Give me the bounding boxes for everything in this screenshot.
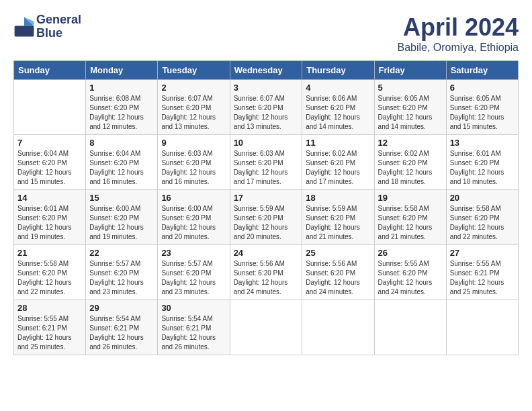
header: General Blue April 2024 Babile, Oromiya,… (13, 13, 519, 54)
calendar-header-row: SundayMondayTuesdayWednesdayThursdayFrid… (14, 61, 519, 80)
day-number: 21 (17, 248, 82, 258)
calendar-cell (302, 300, 374, 355)
calendar-cell: 5Sunrise: 6:05 AMSunset: 6:20 PMDaylight… (374, 80, 446, 135)
calendar-cell: 17Sunrise: 5:59 AMSunset: 6:20 PMDayligh… (230, 190, 302, 245)
calendar-cell: 10Sunrise: 6:03 AMSunset: 6:20 PMDayligh… (230, 135, 302, 190)
calendar-cell: 26Sunrise: 5:55 AMSunset: 6:20 PMDayligh… (374, 245, 446, 300)
day-number: 17 (234, 193, 299, 203)
day-number: 20 (450, 193, 515, 203)
calendar-cell: 19Sunrise: 5:58 AMSunset: 6:20 PMDayligh… (374, 190, 446, 245)
calendar-cell: 18Sunrise: 5:59 AMSunset: 6:20 PMDayligh… (302, 190, 374, 245)
logo-text: General Blue (36, 13, 81, 40)
day-number: 22 (89, 248, 154, 258)
day-number: 10 (234, 138, 299, 148)
day-info: Sunrise: 5:59 AMSunset: 6:20 PMDaylight:… (234, 204, 299, 242)
day-number: 1 (89, 83, 154, 93)
day-info: Sunrise: 5:55 AMSunset: 6:21 PMDaylight:… (17, 314, 82, 352)
day-number: 8 (89, 138, 154, 148)
day-info: Sunrise: 6:00 AMSunset: 6:20 PMDaylight:… (89, 204, 154, 242)
day-info: Sunrise: 5:56 AMSunset: 6:20 PMDaylight:… (306, 259, 370, 297)
day-number: 15 (89, 193, 154, 203)
calendar-week-5: 28Sunrise: 5:55 AMSunset: 6:21 PMDayligh… (14, 300, 519, 355)
month-title: April 2024 (397, 13, 519, 42)
day-number: 5 (378, 83, 443, 93)
day-info: Sunrise: 6:07 AMSunset: 6:20 PMDaylight:… (161, 94, 226, 132)
calendar-cell (374, 300, 446, 355)
calendar-cell: 21Sunrise: 5:58 AMSunset: 6:20 PMDayligh… (14, 245, 86, 300)
calendar-table: SundayMondayTuesdayWednesdayThursdayFrid… (13, 60, 519, 355)
calendar-cell: 23Sunrise: 5:57 AMSunset: 6:20 PMDayligh… (158, 245, 230, 300)
day-info: Sunrise: 5:58 AMSunset: 6:20 PMDaylight:… (17, 259, 82, 297)
calendar-cell: 13Sunrise: 6:01 AMSunset: 6:20 PMDayligh… (446, 135, 518, 190)
calendar-cell: 30Sunrise: 5:54 AMSunset: 6:21 PMDayligh… (158, 300, 230, 355)
calendar-cell: 15Sunrise: 6:00 AMSunset: 6:20 PMDayligh… (86, 190, 158, 245)
day-number: 12 (378, 138, 443, 148)
calendar-cell: 12Sunrise: 6:02 AMSunset: 6:20 PMDayligh… (374, 135, 446, 190)
day-info: Sunrise: 6:06 AMSunset: 6:20 PMDaylight:… (306, 94, 370, 132)
day-number: 28 (17, 303, 82, 313)
day-number: 2 (161, 83, 226, 93)
calendar-cell: 7Sunrise: 6:04 AMSunset: 6:20 PMDaylight… (14, 135, 86, 190)
calendar-week-3: 14Sunrise: 6:01 AMSunset: 6:20 PMDayligh… (14, 190, 519, 245)
header-day-wednesday: Wednesday (230, 61, 302, 80)
calendar-cell: 24Sunrise: 5:56 AMSunset: 6:20 PMDayligh… (230, 245, 302, 300)
day-info: Sunrise: 5:58 AMSunset: 6:20 PMDaylight:… (378, 204, 443, 242)
calendar-cell: 9Sunrise: 6:03 AMSunset: 6:20 PMDaylight… (158, 135, 230, 190)
calendar-cell: 20Sunrise: 5:58 AMSunset: 6:20 PMDayligh… (446, 190, 518, 245)
day-number: 19 (378, 193, 443, 203)
day-number: 30 (161, 303, 226, 313)
calendar-cell: 11Sunrise: 6:02 AMSunset: 6:20 PMDayligh… (302, 135, 374, 190)
day-info: Sunrise: 5:55 AMSunset: 6:20 PMDaylight:… (378, 259, 443, 297)
header-day-monday: Monday (86, 61, 158, 80)
day-info: Sunrise: 5:57 AMSunset: 6:20 PMDaylight:… (89, 259, 154, 297)
day-number: 29 (89, 303, 154, 313)
header-day-friday: Friday (374, 61, 446, 80)
calendar-cell (446, 300, 518, 355)
day-info: Sunrise: 6:01 AMSunset: 6:20 PMDaylight:… (450, 149, 515, 187)
day-info: Sunrise: 6:02 AMSunset: 6:20 PMDaylight:… (306, 149, 370, 187)
day-number: 23 (161, 248, 226, 258)
calendar-cell: 22Sunrise: 5:57 AMSunset: 6:20 PMDayligh… (86, 245, 158, 300)
day-number: 27 (450, 248, 515, 258)
calendar-week-1: 1Sunrise: 6:08 AMSunset: 6:20 PMDaylight… (14, 80, 519, 135)
day-info: Sunrise: 5:55 AMSunset: 6:21 PMDaylight:… (450, 259, 515, 297)
day-info: Sunrise: 6:04 AMSunset: 6:20 PMDaylight:… (17, 149, 82, 187)
calendar-cell: 25Sunrise: 5:56 AMSunset: 6:20 PMDayligh… (302, 245, 374, 300)
calendar-cell (14, 80, 86, 135)
calendar-cell: 8Sunrise: 6:04 AMSunset: 6:20 PMDaylight… (86, 135, 158, 190)
day-number: 14 (17, 193, 82, 203)
calendar-cell: 2Sunrise: 6:07 AMSunset: 6:20 PMDaylight… (158, 80, 230, 135)
header-day-saturday: Saturday (446, 61, 518, 80)
header-day-tuesday: Tuesday (158, 61, 230, 80)
calendar-week-4: 21Sunrise: 5:58 AMSunset: 6:20 PMDayligh… (14, 245, 519, 300)
day-number: 11 (306, 138, 370, 148)
day-number: 7 (17, 138, 82, 148)
day-number: 18 (306, 193, 370, 203)
calendar-cell: 29Sunrise: 5:54 AMSunset: 6:21 PMDayligh… (86, 300, 158, 355)
day-number: 13 (450, 138, 515, 148)
day-info: Sunrise: 5:54 AMSunset: 6:21 PMDaylight:… (161, 314, 226, 352)
calendar-cell: 16Sunrise: 6:00 AMSunset: 6:20 PMDayligh… (158, 190, 230, 245)
svg-rect-1 (15, 26, 34, 36)
day-number: 6 (450, 83, 515, 93)
location-title: Babile, Oromiya, Ethiopia (397, 42, 519, 54)
day-info: Sunrise: 6:02 AMSunset: 6:20 PMDaylight:… (378, 149, 443, 187)
day-info: Sunrise: 6:00 AMSunset: 6:20 PMDaylight:… (161, 204, 226, 242)
day-number: 16 (161, 193, 226, 203)
day-info: Sunrise: 5:54 AMSunset: 6:21 PMDaylight:… (89, 314, 154, 352)
calendar-cell: 14Sunrise: 6:01 AMSunset: 6:20 PMDayligh… (14, 190, 86, 245)
day-info: Sunrise: 6:07 AMSunset: 6:20 PMDaylight:… (234, 94, 299, 132)
calendar-cell: 1Sunrise: 6:08 AMSunset: 6:20 PMDaylight… (86, 80, 158, 135)
calendar-week-2: 7Sunrise: 6:04 AMSunset: 6:20 PMDaylight… (14, 135, 519, 190)
header-day-thursday: Thursday (302, 61, 374, 80)
day-info: Sunrise: 6:03 AMSunset: 6:20 PMDaylight:… (234, 149, 299, 187)
day-info: Sunrise: 6:04 AMSunset: 6:20 PMDaylight:… (89, 149, 154, 187)
calendar-cell: 28Sunrise: 5:55 AMSunset: 6:21 PMDayligh… (14, 300, 86, 355)
day-info: Sunrise: 5:59 AMSunset: 6:20 PMDaylight:… (306, 204, 370, 242)
day-info: Sunrise: 5:58 AMSunset: 6:20 PMDaylight:… (450, 204, 515, 242)
calendar-cell: 4Sunrise: 6:06 AMSunset: 6:20 PMDaylight… (302, 80, 374, 135)
header-day-sunday: Sunday (14, 61, 86, 80)
day-number: 9 (161, 138, 226, 148)
calendar-cell: 27Sunrise: 5:55 AMSunset: 6:21 PMDayligh… (446, 245, 518, 300)
day-info: Sunrise: 6:03 AMSunset: 6:20 PMDaylight:… (161, 149, 226, 187)
